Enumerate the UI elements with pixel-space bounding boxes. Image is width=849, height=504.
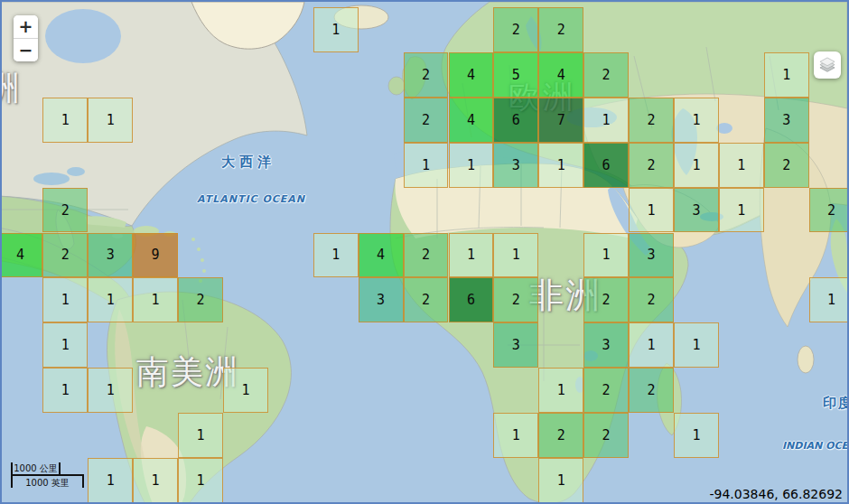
- grid-cell[interactable]: 3: [359, 277, 404, 322]
- grid-cell[interactable]: 1: [178, 413, 223, 458]
- grid-cell[interactable]: 1: [674, 98, 719, 143]
- grid-cell[interactable]: 3: [493, 143, 538, 188]
- grid-cell[interactable]: 1: [449, 143, 494, 188]
- grid-cell[interactable]: 9: [133, 233, 178, 278]
- grid-cell[interactable]: 1: [674, 322, 719, 368]
- grid-cell[interactable]: 4: [449, 98, 494, 143]
- scale-control: 1000 公里 1000 英里: [11, 462, 84, 488]
- grid-cell[interactable]: 2: [493, 7, 538, 52]
- grid-cell[interactable]: 1: [42, 322, 88, 368]
- grid-cell[interactable]: 2: [583, 368, 629, 413]
- grid-cell[interactable]: 6: [449, 277, 494, 322]
- grid-cell[interactable]: 1: [133, 458, 178, 503]
- grid-cell[interactable]: 3: [583, 322, 629, 368]
- grid-cell[interactable]: 2: [629, 277, 674, 322]
- grid-cell[interactable]: 2: [583, 413, 629, 458]
- grid-cell[interactable]: 1: [493, 233, 538, 278]
- grid-cell[interactable]: 7: [538, 98, 583, 143]
- scale-metric: 1000 公里: [11, 462, 61, 476]
- grid-cell[interactable]: 2: [629, 143, 674, 188]
- grid-cell[interactable]: 1: [809, 277, 849, 322]
- grid-cell[interactable]: 1: [629, 322, 674, 368]
- grid-cell[interactable]: 3: [493, 322, 538, 368]
- grid-cell[interactable]: 1: [538, 368, 583, 413]
- zoom-in-button[interactable]: +: [14, 15, 38, 39]
- layers-button[interactable]: [814, 51, 841, 79]
- grid-cell[interactable]: 1: [583, 98, 629, 143]
- grid-cell[interactable]: 1: [313, 7, 359, 52]
- grid-cell[interactable]: 3: [629, 233, 674, 278]
- layers-icon: [817, 55, 837, 75]
- grid-cell[interactable]: 1: [674, 413, 719, 458]
- grid-cell[interactable]: 2: [809, 188, 849, 233]
- grid-cell[interactable]: 1: [719, 188, 764, 233]
- grid-cell[interactable]: 2: [538, 413, 583, 458]
- grid-cell[interactable]: 6: [583, 143, 629, 188]
- grid-cell[interactable]: 2: [42, 188, 88, 233]
- grid-cell[interactable]: 1: [583, 233, 629, 278]
- grid-cell[interactable]: 1: [313, 233, 359, 278]
- grid-cell[interactable]: 1: [178, 458, 223, 503]
- grid-cell[interactable]: 6: [493, 98, 538, 143]
- grid-cell[interactable]: 1: [133, 277, 178, 322]
- grid-cell[interactable]: 1: [404, 143, 449, 188]
- grid-cell[interactable]: 4: [0, 233, 42, 278]
- grid-cell[interactable]: 1: [88, 98, 133, 143]
- grid-cell[interactable]: 2: [583, 52, 629, 98]
- grid-cell[interactable]: 3: [88, 233, 133, 278]
- grid-cell[interactable]: 3: [764, 98, 809, 143]
- grid-cell[interactable]: 2: [629, 98, 674, 143]
- grid-cell[interactable]: 2: [404, 52, 449, 98]
- grid-cell[interactable]: 2: [629, 368, 674, 413]
- grid-cell[interactable]: 1: [42, 277, 88, 322]
- grid-cell[interactable]: 2: [404, 233, 449, 278]
- zoom-control: + −: [14, 15, 38, 61]
- grid-cell[interactable]: 1: [764, 52, 809, 98]
- grid-cell[interactable]: 1: [629, 188, 674, 233]
- map-canvas[interactable]: 洲欧洲非洲南美洲大西洋ATLANTIC OCEAN印度INDIAN OCEAN …: [0, 0, 849, 504]
- grid-cell[interactable]: 1: [223, 368, 268, 413]
- grid-cell[interactable]: 1: [538, 143, 583, 188]
- grid-cell[interactable]: 2: [404, 98, 449, 143]
- grid-cell[interactable]: 1: [719, 143, 764, 188]
- grid-cell[interactable]: 1: [88, 277, 133, 322]
- grid-overlay: 1222454211124671213113162112213124239142…: [2, 2, 847, 502]
- grid-cell[interactable]: 2: [764, 143, 809, 188]
- scale-imperial: 1000 英里: [11, 474, 84, 488]
- grid-cell[interactable]: 1: [42, 98, 88, 143]
- grid-cell[interactable]: 4: [359, 233, 404, 278]
- grid-cell[interactable]: 4: [538, 52, 583, 98]
- grid-cell[interactable]: 1: [88, 368, 133, 413]
- grid-cell[interactable]: 1: [42, 368, 88, 413]
- grid-cell[interactable]: 1: [449, 233, 494, 278]
- grid-cell[interactable]: 1: [674, 143, 719, 188]
- zoom-out-button[interactable]: −: [14, 39, 38, 61]
- coordinates-display: -94.03846, 66.82692: [709, 487, 843, 501]
- grid-cell[interactable]: 3: [674, 188, 719, 233]
- grid-cell[interactable]: 5: [493, 52, 538, 98]
- grid-cell[interactable]: 2: [42, 233, 88, 278]
- grid-cell[interactable]: 2: [583, 277, 629, 322]
- grid-cell[interactable]: 4: [449, 52, 494, 98]
- grid-cell[interactable]: 2: [493, 277, 538, 322]
- grid-cell[interactable]: 1: [493, 413, 538, 458]
- grid-cell[interactable]: 2: [178, 277, 223, 322]
- grid-cell[interactable]: 2: [538, 7, 583, 52]
- grid-cell[interactable]: 2: [404, 277, 449, 322]
- grid-cell[interactable]: 1: [538, 458, 583, 503]
- grid-cell[interactable]: 1: [88, 458, 133, 503]
